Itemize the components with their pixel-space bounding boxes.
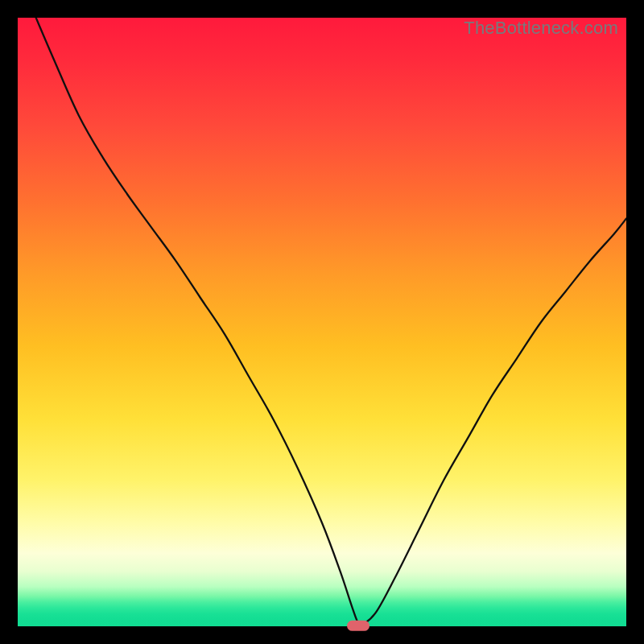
minimum-marker: [347, 621, 369, 631]
chart-frame: TheBottleneck.com: [0, 0, 644, 644]
plot-area: TheBottleneck.com: [18, 18, 626, 626]
watermark-text: TheBottleneck.com: [464, 18, 618, 39]
bottleneck-curve: [18, 18, 626, 626]
